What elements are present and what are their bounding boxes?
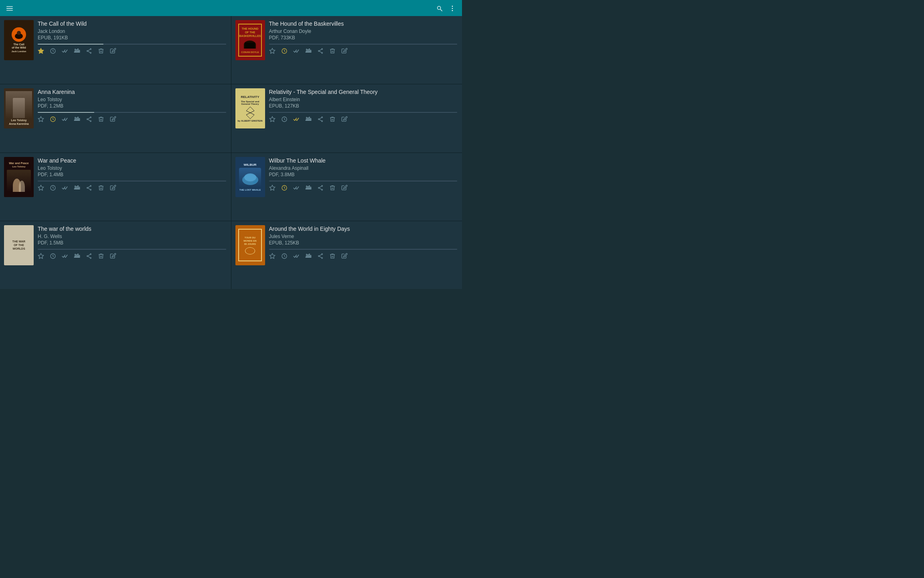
- svg-point-107: [321, 254, 322, 255]
- edit-button[interactable]: [110, 185, 116, 193]
- share-button[interactable]: [86, 48, 92, 56]
- svg-rect-39: [77, 117, 78, 120]
- share-button[interactable]: [317, 253, 324, 261]
- share-button[interactable]: [86, 253, 92, 261]
- share-button[interactable]: [317, 48, 324, 56]
- svg-point-70: [87, 187, 88, 188]
- svg-rect-68: [79, 187, 80, 189]
- shelf-button[interactable]: [305, 116, 312, 124]
- svg-point-41: [90, 117, 91, 118]
- check-button[interactable]: [62, 253, 68, 261]
- edit-button[interactable]: [110, 253, 116, 261]
- check-button[interactable]: [293, 116, 300, 124]
- share-button[interactable]: [86, 116, 92, 124]
- clock-button[interactable]: [281, 116, 288, 124]
- star-button[interactable]: [38, 185, 44, 193]
- svg-point-84: [318, 187, 319, 188]
- edit-button[interactable]: [110, 48, 116, 56]
- book-meta: PDF, 1.2MB: [38, 103, 226, 109]
- progress-bar: [269, 112, 458, 113]
- check-button[interactable]: [293, 48, 300, 56]
- delete-button[interactable]: [329, 253, 336, 261]
- shelf-button[interactable]: [74, 48, 80, 56]
- clock-button[interactable]: [50, 48, 56, 56]
- book-actions: [269, 116, 458, 124]
- star-button[interactable]: [269, 48, 276, 56]
- shelf-button[interactable]: [305, 185, 312, 193]
- star-button[interactable]: [38, 116, 44, 124]
- svg-marker-62: [38, 185, 43, 190]
- star-button[interactable]: [38, 253, 44, 261]
- more-options-icon[interactable]: [449, 4, 456, 12]
- svg-point-29: [321, 49, 322, 50]
- clock-button[interactable]: [50, 253, 56, 261]
- book-author: Jack London: [38, 28, 226, 34]
- book-card-hound-baskervilles[interactable]: THE HOUNDOF THEBASKERVILLES CONAN DOYLE …: [231, 16, 462, 84]
- share-button[interactable]: [86, 185, 92, 193]
- menu-icon[interactable]: [6, 4, 13, 13]
- delete-button[interactable]: [98, 253, 104, 261]
- edit-button[interactable]: [341, 185, 348, 193]
- edit-button[interactable]: [110, 116, 116, 124]
- check-button[interactable]: [293, 253, 300, 261]
- delete-button[interactable]: [98, 116, 104, 124]
- svg-rect-0: [6, 6, 13, 7]
- delete-button[interactable]: [329, 185, 336, 193]
- check-button[interactable]: [62, 185, 68, 193]
- svg-point-18: [87, 51, 88, 52]
- book-actions: [38, 253, 226, 261]
- check-button[interactable]: [62, 48, 68, 56]
- shelf-button[interactable]: [74, 253, 80, 261]
- book-card-around-world[interactable]: TOUR DUMONDE EN80 JOURS Around the World…: [231, 221, 462, 289]
- svg-rect-66: [76, 186, 77, 188]
- clock-button[interactable]: [50, 116, 56, 124]
- book-card-wilbur-whale[interactable]: WILBUR THE LOST WHALE Wilbur The Lost Wh…: [231, 153, 462, 221]
- shelf-button[interactable]: [305, 48, 312, 56]
- star-button[interactable]: [269, 185, 276, 193]
- shelf-button[interactable]: [305, 253, 312, 261]
- clock-button[interactable]: [281, 253, 288, 261]
- svg-point-96: [87, 256, 88, 257]
- check-button[interactable]: [293, 185, 300, 193]
- book-card-call-wild[interactable]: The Callof the WildJack London The Call …: [0, 16, 231, 84]
- check-button[interactable]: [62, 116, 68, 124]
- share-button[interactable]: [317, 116, 324, 124]
- share-button[interactable]: [317, 185, 324, 193]
- svg-point-85: [321, 189, 322, 190]
- book-title: War and Peace: [38, 157, 226, 164]
- book-card-anna-karenina[interactable]: Leo TolstoyAnna Karenina Anna Karenina L…: [0, 84, 231, 152]
- delete-button[interactable]: [329, 48, 336, 56]
- book-author: Arthur Conan Doyle: [269, 28, 458, 34]
- shelf-button[interactable]: [74, 116, 80, 124]
- svg-rect-103: [306, 254, 307, 257]
- svg-point-3: [438, 6, 441, 9]
- shelf-button[interactable]: [74, 185, 80, 193]
- delete-button[interactable]: [329, 116, 336, 124]
- star-button[interactable]: [269, 253, 276, 261]
- svg-rect-15: [77, 49, 78, 52]
- star-button[interactable]: [269, 116, 276, 124]
- edit-button[interactable]: [341, 116, 348, 124]
- svg-rect-81: [309, 185, 310, 188]
- book-card-war-worlds[interactable]: THE WAROF THEWORLDS The war of the world…: [0, 221, 231, 289]
- book-card-relativity[interactable]: RELATIVITY The Special andGeneral Theory…: [231, 84, 462, 152]
- delete-button[interactable]: [98, 185, 104, 193]
- book-title: The Hound of the Baskervilles: [269, 20, 458, 27]
- book-meta: PDF, 1.5MB: [38, 240, 226, 246]
- search-icon[interactable]: [436, 4, 443, 12]
- clock-button[interactable]: [281, 185, 288, 193]
- edit-button[interactable]: [341, 253, 348, 261]
- book-card-war-peace[interactable]: War and PeaceLeo Tolstoy War and Peace L…: [0, 153, 231, 221]
- clock-button[interactable]: [281, 48, 288, 56]
- clock-button[interactable]: [50, 185, 56, 193]
- svg-rect-26: [308, 50, 308, 52]
- edit-button[interactable]: [341, 48, 348, 56]
- svg-point-9: [17, 31, 21, 35]
- svg-marker-47: [246, 113, 254, 119]
- delete-button[interactable]: [98, 48, 104, 56]
- svg-point-71: [90, 189, 91, 190]
- star-button[interactable]: [38, 48, 44, 56]
- book-author: Jules Verne: [269, 234, 458, 239]
- svg-rect-105: [309, 254, 310, 257]
- svg-point-97: [90, 257, 91, 258]
